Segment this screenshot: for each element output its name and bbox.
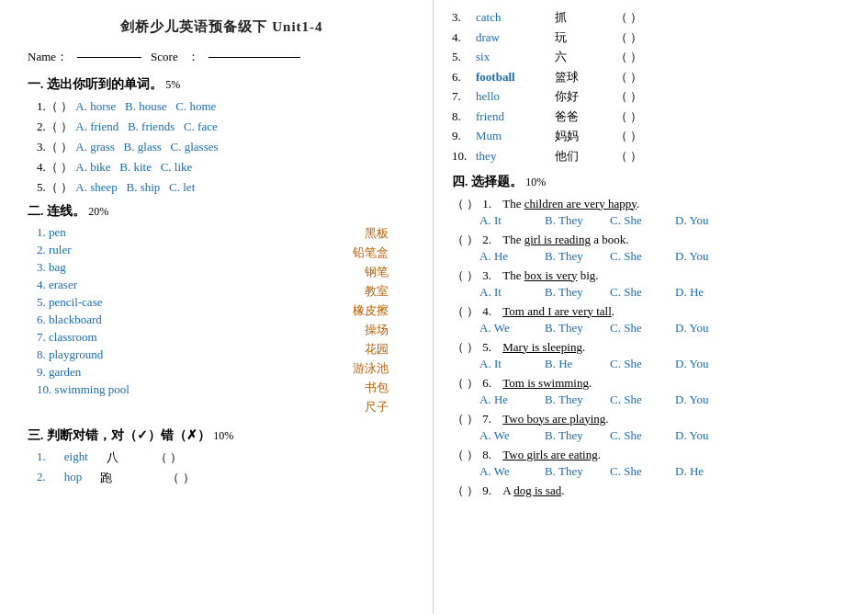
answer-row: A. ItB. TheyC. SheD. He: [479, 285, 851, 300]
score-underline: [209, 57, 300, 58]
question-5: （ ） 5. Mary is sleeping. A. ItB. HeC. Sh…: [452, 339, 851, 371]
connect-left-item: 5. pencil-case: [37, 295, 213, 310]
right-page: 3.catch抓（ ） 4.draw玩（ ） 5.six六（ ） 6.footb…: [434, 0, 868, 614]
list-item: 10.they他们（ ）: [452, 148, 851, 165]
list-item: 7.hello你好（ ）: [452, 88, 851, 105]
connect-left-item: 1. pen: [37, 225, 213, 240]
connect-right-item: 铅笔盒: [213, 244, 389, 261]
section2-title: 二. 连线。 20%: [28, 203, 416, 220]
answer-row: A. WeB. TheyC. SheD. You: [479, 428, 851, 443]
section3-right-list: 3.catch抓（ ） 4.draw玩（ ） 5.six六（ ） 6.footb…: [452, 9, 851, 165]
left-page: 剑桥少儿英语预备级下 Unit1-4 Name： Score ： 一. 选出你听…: [0, 0, 434, 614]
connect-left-item: 10. swimming pool: [37, 382, 213, 397]
connect-left-item: 6. blackboard: [37, 313, 213, 327]
section1-list: 1.（ ） A. horse B. house C. home 2.（ ） A.…: [37, 98, 416, 196]
answer-row: A. ItB. HeC. SheD. You: [479, 357, 851, 371]
list-item: 9.Mum妈妈（ ）: [452, 128, 851, 144]
connect-left-item: 9. garden: [37, 365, 213, 380]
connect-right-col: 黑板 铅笔盒 钢笔 教室 橡皮擦 操场 花园 游泳池 书包 尺子: [213, 225, 417, 418]
list-item: 3.（ ） A. grass B. glass C. glasses: [37, 139, 416, 155]
question-7: （ ） 7. Two boys are playing. A. WeB. The…: [452, 411, 851, 443]
question-8: （ ） 8. Two girls are eating. A. WeB. The…: [452, 447, 851, 479]
connect-left-item: 3. bag: [37, 260, 213, 275]
score-label: Score: [151, 50, 178, 64]
connect-right-item: 书包: [213, 380, 389, 396]
question-2: （ ） 2. The girl is reading a book. A. He…: [452, 232, 851, 264]
section4-title: 四. 选择题。 10%: [452, 174, 851, 190]
s3-en: eight: [64, 449, 88, 466]
name-score-row: Name： Score ：: [28, 49, 416, 65]
question-4: （ ） 4. Tom and I are very tall. A. WeB. …: [452, 303, 851, 335]
connect-columns: 1. pen 2. ruler 3. bag 4. eraser 5. penc…: [37, 225, 416, 418]
question-1: （ ） 1. The children are very happy. A. I…: [452, 196, 851, 228]
list-item: 3.catch抓（ ）: [452, 9, 851, 26]
answer-row: A. WeB. TheyC. SheD. You: [479, 321, 851, 335]
connect-left-item: 7. classroom: [37, 330, 213, 345]
connect-right-item: 钢笔: [213, 264, 389, 280]
colon: ：: [187, 49, 199, 65]
name-label: Name：: [28, 49, 68, 65]
connect-right-item: 黑板: [213, 225, 389, 242]
page-title: 剑桥少儿英语预备级下 Unit1-4: [28, 18, 416, 36]
section3-row2: 2. hop 跑 （ ）: [37, 470, 416, 486]
section3-title: 三. 判断对错，对（✓）错（✗） 10%: [28, 427, 416, 444]
list-item: 4.draw玩（ ）: [452, 29, 851, 46]
name-underline: [77, 57, 141, 58]
connect-left-item: 8. playground: [37, 347, 213, 362]
section1-title: 一. 选出你听到的单词。 5%: [28, 76, 416, 93]
connect-left-col: 1. pen 2. ruler 3. bag 4. eraser 5. penc…: [37, 225, 213, 418]
section3-row1: 1. eight 八 （ ）: [37, 449, 416, 466]
question-9: （ ） 9. A dog is sad.: [452, 483, 851, 499]
s3-zh: 跑: [100, 470, 112, 486]
s3-bracket: （ ）: [167, 470, 194, 486]
connect-right-item: 尺子: [213, 399, 389, 415]
section3-list: 1. eight 八 （ ） 2. hop 跑 （ ）: [37, 449, 416, 486]
answer-row: A. ItB. TheyC. SheD. You: [479, 213, 851, 228]
connect-right-item: 游泳池: [213, 360, 389, 377]
question-3: （ ） 3. The box is very big. A. ItB. They…: [452, 267, 851, 300]
s3-en: hop: [64, 470, 83, 486]
s3-zh: 八: [107, 449, 118, 466]
answer-row: A. HeB. TheyC. SheD. You: [479, 249, 851, 264]
connect-right-item: 教室: [213, 283, 389, 300]
list-item: 8.friend爸爸（ ）: [452, 108, 851, 125]
answer-row: A. WeB. TheyC. SheD. He: [479, 464, 851, 479]
section4-questions: （ ） 1. The children are very happy. A. I…: [452, 196, 851, 499]
s3-num: 1.: [37, 449, 46, 466]
list-item: 6.football篮球（ ）: [452, 69, 851, 85]
s3-num: 2.: [37, 470, 46, 486]
list-item: 4.（ ） A. bike B. kite C. like: [37, 159, 416, 176]
connect-right-item: 操场: [213, 322, 389, 338]
list-item: 5.（ ） A. sheep B. ship C. let: [37, 179, 416, 196]
connect-left-item: 4. eraser: [37, 278, 213, 292]
answer-row: A. HeB. TheyC. SheD. You: [479, 392, 851, 407]
s3-bracket: （ ）: [155, 449, 182, 466]
question-6: （ ） 6. Tom is swimming. A. HeB. TheyC. S…: [452, 375, 851, 407]
list-item: 1.（ ） A. horse B. house C. home: [37, 98, 416, 115]
connect-right-item: 花园: [213, 341, 389, 358]
connect-right-item: 橡皮擦: [213, 302, 389, 319]
connect-left-item: 2. ruler: [37, 243, 213, 257]
list-item: 5.six六（ ）: [452, 49, 851, 65]
list-item: 2.（ ） A. friend B. friends C. face: [37, 119, 416, 135]
